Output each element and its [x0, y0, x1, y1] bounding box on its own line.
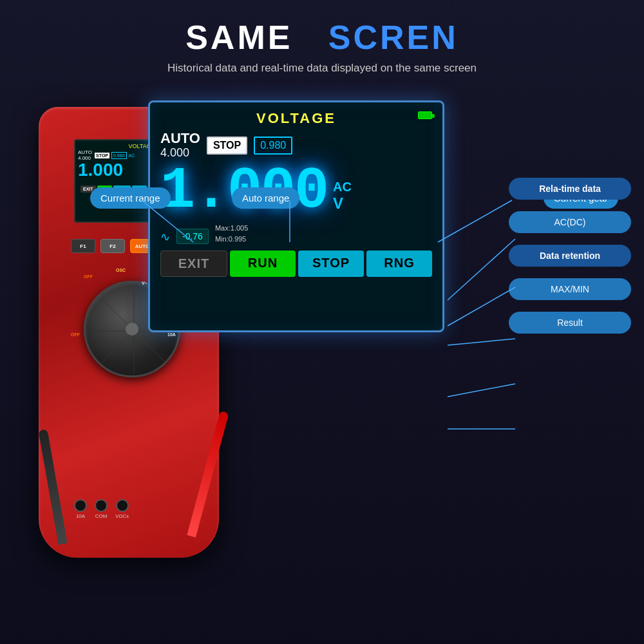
port-10a: 10A — [74, 499, 87, 519]
port-label-10a: 10A — [74, 513, 87, 519]
v-label: V — [333, 194, 352, 213]
port-label-vocx: VΩCx — [115, 513, 129, 519]
title-same: SAME — [185, 19, 292, 56]
graph-value: -0.76 — [176, 229, 209, 244]
f2-button[interactable]: F2 — [100, 239, 125, 253]
svg-line-9 — [448, 339, 515, 345]
right-annotations: Rela-time data AC(DC) Data retention MAX… — [509, 178, 631, 334]
main-display-screen: VOLTAGE AUTO 4.000 STOP 0.980 1.000 AC — [148, 100, 444, 332]
stats-block: Max:1.005 Min:0.995 — [215, 223, 248, 244]
annotation-data-retention: Data retention — [509, 245, 631, 267]
annotation-result: Result — [509, 312, 631, 334]
ds-ac: AC — [129, 153, 135, 158]
subtitle: Historical data and real-time data displ… — [0, 62, 644, 75]
annotation-max-min: MAX/MIN — [509, 278, 631, 300]
probe-red — [187, 411, 229, 538]
auto-range-display: AUTO 4.000 — [160, 131, 200, 160]
svg-line-8 — [448, 287, 515, 326]
dial-label-osc: OSC — [116, 268, 126, 272]
annotation-auto-range: Auto range — [232, 187, 299, 209]
port-vocx: VΩCx — [115, 499, 129, 519]
ds-stop-val: 0.980 — [111, 152, 127, 159]
waveform-icon: ∿ — [160, 230, 170, 244]
probe-black — [38, 429, 67, 545]
title-section: SAME SCREN Historical data and real-time… — [0, 0, 644, 75]
port-com: COM — [95, 499, 108, 519]
mode-label: AUTO — [160, 131, 200, 146]
stop-value-box: 0.980 — [254, 137, 292, 155]
rng-button[interactable]: RNG — [366, 251, 432, 277]
dial-label-v: V~ — [142, 281, 147, 285]
screen-title: VOLTAGE — [256, 110, 336, 127]
svg-line-6 — [438, 200, 512, 242]
main-area: VOLTAGE AUTO 4.000 STOP 0.980 AC — [0, 88, 644, 616]
main-title: SAME SCREN — [0, 18, 644, 57]
min-stat: Min:0.995 — [215, 234, 248, 245]
port-hole-vocx — [116, 499, 129, 512]
min-value: Min:0.995 — [215, 235, 246, 243]
ac-label: AC — [333, 180, 352, 194]
dial-label-10a: 10A — [167, 332, 176, 337]
exit-button[interactable]: EXIT — [160, 251, 227, 277]
battery-icon — [418, 111, 432, 119]
dial-label-off: OFF — [84, 274, 93, 279]
stop-box: STOP — [207, 137, 247, 155]
svg-line-10 — [448, 384, 515, 397]
dial-label-off2: OFF — [71, 332, 80, 337]
annotation-current-range: Current range — [90, 187, 171, 209]
annotation-ac-dc: AC(DC) — [509, 211, 631, 233]
device-ports: 10A COM VΩCx — [74, 499, 129, 519]
ds-stop: STOP — [95, 153, 109, 158]
screen-top-row: AUTO 4.000 STOP 0.980 — [160, 131, 432, 160]
f1-button[interactable]: F1 — [71, 239, 95, 253]
svg-line-7 — [448, 239, 515, 300]
port-hole-10a — [74, 499, 87, 512]
max-value: Max:1.005 — [215, 224, 248, 232]
graph-stats-area: ∿ -0.76 Max:1.005 Min:0.995 — [160, 223, 432, 244]
max-stat: Max:1.005 — [215, 223, 248, 234]
annotation-realtime-data: Rela-time data — [509, 178, 631, 200]
device-button-row: F1 F2 AUTO — [71, 239, 155, 253]
unit-column: AC V — [333, 180, 352, 213]
screen-buttons: EXIT RUN STOP RNG — [160, 251, 432, 277]
title-scren: SCREN — [328, 19, 459, 56]
port-hole-com — [95, 499, 108, 512]
screen-header: VOLTAGE — [160, 110, 432, 127]
run-button[interactable]: RUN — [230, 251, 296, 277]
stop-button[interactable]: STOP — [298, 251, 364, 277]
port-label-com: COM — [95, 513, 108, 519]
ds-auto: AUTO — [78, 149, 92, 155]
